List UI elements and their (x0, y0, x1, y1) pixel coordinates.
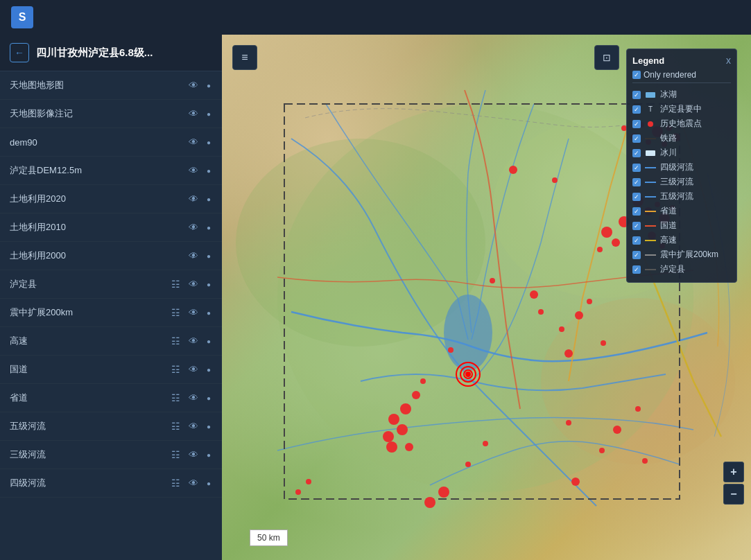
quake-dot (601, 340, 606, 346)
location-icon[interactable]: ● (205, 279, 212, 290)
svg-point-4 (444, 295, 492, 371)
only-rendered-checkbox[interactable]: ✓ (632, 71, 641, 79)
location-icon[interactable]: ● (205, 194, 212, 204)
visibility-icon[interactable]: 👁 (187, 419, 200, 433)
table-icon[interactable]: ☷ (170, 448, 182, 462)
legend-item-checkbox[interactable]: ✓ (632, 222, 641, 230)
only-rendered-label: Only rendered (644, 70, 696, 80)
layer-item[interactable]: 土地利用2000👁/● (0, 242, 222, 270)
zoom-in-button[interactable]: + (723, 462, 744, 482)
location-icon[interactable]: ● (205, 251, 212, 261)
visibility-icon[interactable]: 👁 (187, 164, 200, 177)
layer-item[interactable]: 土地利用2010👁/● (0, 213, 222, 242)
table-icon[interactable]: ☷ (170, 391, 182, 405)
layer-item[interactable]: 泸定县☷👁● (0, 270, 222, 299)
legend-item-checkbox[interactable]: ✓ (632, 120, 641, 128)
map-area[interactable]: ≡ ⊡ 50 km Legend x ✓ Only rendered ✓冰湖✓T… (222, 35, 751, 560)
legend-item-checkbox[interactable]: ✓ (632, 193, 641, 201)
layer-name: 国道 (10, 363, 170, 376)
visibility-icon[interactable]: 👁 (187, 476, 200, 490)
legend-item-checkbox[interactable]: ✓ (632, 207, 641, 216)
legend-item-checkbox[interactable]: ✓ (632, 134, 641, 143)
location-icon[interactable]: ● (205, 308, 212, 318)
visibility-icon[interactable]: 👁 (187, 277, 200, 291)
layer-item[interactable]: 三级河流☷👁● (0, 441, 222, 469)
legend-item-label: 冰湖 (660, 89, 677, 100)
layer-icons: ☷👁● (170, 448, 212, 462)
back-button[interactable]: ← (10, 43, 29, 62)
layers-list: 天地图地形图👁●天地图影像注记👁●dem90👁●泸定县DEM12.5m👁●土地利… (0, 71, 222, 498)
scale-bar: 50 km (250, 530, 288, 546)
legend-item-checkbox[interactable]: ✓ (632, 265, 641, 274)
legend-close-button[interactable]: x (726, 55, 731, 66)
layer-item[interactable]: 土地利用2020👁/● (0, 185, 222, 213)
legend-item-label: 三级河流 (660, 176, 693, 188)
layer-item[interactable]: 泸定县DEM12.5m👁● (0, 157, 222, 185)
location-icon[interactable]: ● (205, 80, 212, 91)
location-icon[interactable]: ● (205, 450, 212, 460)
visibility-icon[interactable]: 👁 (187, 391, 200, 405)
visibility-off-icon[interactable]: 👁/ (187, 249, 200, 263)
layer-name: 五级河流 (10, 420, 170, 432)
legend-item-checkbox[interactable]: ✓ (632, 164, 641, 172)
layer-item[interactable]: 省道☷👁● (0, 384, 222, 412)
layer-item[interactable]: 五级河流☷👁● (0, 412, 222, 441)
legend-item-checkbox[interactable]: ✓ (632, 149, 641, 157)
visibility-icon[interactable]: 👁 (187, 334, 200, 348)
table-icon[interactable]: ☷ (170, 476, 182, 490)
sidebar: ← 四川甘孜州泸定县6.8级... 天地图地形图👁●天地图影像注记👁●dem90… (0, 35, 222, 560)
location-icon[interactable]: ● (205, 421, 212, 432)
table-icon[interactable]: ☷ (170, 277, 182, 291)
visibility-icon[interactable]: 👁 (187, 107, 200, 121)
visibility-icon[interactable]: 👁 (187, 306, 200, 320)
location-icon[interactable]: ● (205, 137, 212, 148)
legend-swatch: T (645, 106, 656, 113)
layer-item[interactable]: 天地图地形图👁● (0, 71, 222, 100)
legend-swatch (645, 135, 656, 142)
table-icon[interactable]: ☷ (170, 306, 182, 320)
layer-item[interactable]: dem90👁● (0, 128, 222, 157)
zoom-controls: + − (723, 462, 744, 505)
quake-dot (306, 479, 311, 484)
legend-item: ✓国道 (632, 218, 731, 233)
table-icon[interactable]: ☷ (170, 362, 182, 376)
visibility-off-icon[interactable]: 👁/ (187, 192, 200, 206)
location-icon[interactable]: ● (205, 393, 212, 403)
quake-dot (575, 311, 583, 320)
legend-swatch (645, 150, 656, 157)
legend-item-checkbox[interactable]: ✓ (632, 91, 641, 99)
layer-item[interactable]: 四级河流☷👁● (0, 469, 222, 498)
legend-item-checkbox[interactable]: ✓ (632, 236, 641, 245)
visibility-icon[interactable]: 👁 (187, 362, 200, 376)
map-top-right-button[interactable]: ⊡ (594, 45, 619, 70)
quake-dot (412, 391, 420, 399)
legend-item: ✓高速 (632, 233, 731, 247)
quake-dot (397, 424, 408, 435)
layer-item[interactable]: 震中扩展200km☷👁● (0, 299, 222, 327)
visibility-icon[interactable]: 👁 (187, 78, 200, 92)
quake-dot (571, 478, 580, 486)
location-icon[interactable]: ● (205, 109, 212, 119)
quake-dot (613, 426, 621, 434)
visibility-icon[interactable]: 👁 (187, 135, 200, 149)
location-icon[interactable]: ● (205, 166, 212, 176)
location-icon[interactable]: ● (205, 222, 212, 233)
location-icon[interactable]: ● (205, 365, 212, 375)
legend-item-checkbox[interactable]: ✓ (632, 105, 641, 114)
table-icon[interactable]: ☷ (170, 419, 182, 433)
location-icon[interactable]: ● (205, 478, 212, 489)
layer-item[interactable]: 高速☷👁● (0, 327, 222, 356)
visibility-icon[interactable]: 👁 (187, 448, 200, 462)
layer-item[interactable]: 国道☷👁● (0, 356, 222, 384)
toolbar-menu-button[interactable]: ≡ (232, 45, 257, 70)
legend-item-checkbox[interactable]: ✓ (632, 178, 641, 186)
legend-item-checkbox[interactable]: ✓ (632, 251, 641, 259)
visibility-off-icon[interactable]: 👁/ (187, 220, 200, 234)
location-icon[interactable]: ● (205, 336, 212, 347)
quake-dot (465, 462, 471, 467)
legend-swatch (645, 121, 656, 128)
layer-item[interactable]: 天地图影像注记👁● (0, 100, 222, 128)
zoom-out-button[interactable]: − (723, 484, 744, 505)
table-icon[interactable]: ☷ (170, 334, 182, 348)
legend-item: ✓冰川 (632, 146, 731, 160)
